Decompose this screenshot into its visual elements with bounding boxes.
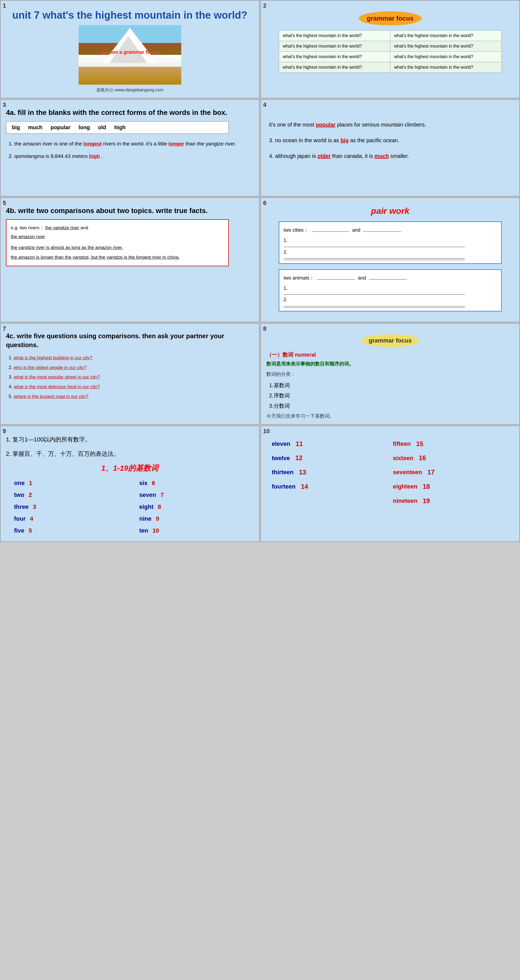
- word-two: two: [14, 489, 24, 501]
- slide-number-1: 1: [3, 2, 6, 9]
- entry-eleven: eleven 11: [272, 437, 388, 451]
- slide-4: 4 it's one of the most popular places fo…: [260, 99, 520, 197]
- ex1-text1: the amazon river is one of the: [14, 141, 84, 146]
- slide-10: 10 eleven 11 twelve 12 thirteen 13 fourt…: [260, 426, 520, 542]
- word-old: old: [98, 124, 106, 130]
- q4-text: what is the most delicious food in our c…: [14, 384, 100, 389]
- section-label: section a grammar focus: [101, 49, 159, 55]
- q1: 1. what is the highest building in our c…: [9, 353, 254, 363]
- num-row-six: six 6: [140, 477, 254, 489]
- number-table: one 1 six 6 two 2 seven 7 three 3 eight …: [14, 477, 254, 537]
- entry-seventeen: seventeen 17: [393, 465, 509, 480]
- word-eight: eight: [140, 501, 154, 513]
- num-sixteen: 16: [419, 451, 426, 465]
- animals-and: and: [358, 275, 366, 281]
- grammar-focus-badge2: grammar focus: [361, 334, 419, 347]
- slide10-left: eleven 11 twelve 12 thirteen 13 fourteen…: [272, 437, 388, 508]
- word-six: six: [140, 477, 148, 489]
- grammar-table: what's the highest mountain in the world…: [279, 30, 502, 73]
- num-six: 6: [152, 477, 155, 489]
- slide-3: 3 4a. fill in the blanks with the correc…: [0, 99, 260, 197]
- sentence2: the amazon is longer than the yangtze, b…: [11, 253, 224, 262]
- s4ex3-num: 4.: [269, 153, 274, 159]
- num-row-three: three 3: [14, 501, 128, 513]
- s4ex1-ans1: popular: [316, 122, 336, 127]
- table-cell: what's the highest mountain in the world…: [390, 62, 501, 73]
- ex1-text2: rivers in the world. it's a little: [103, 141, 168, 146]
- example-rivers: e.g. two rivers： the yangtze river and: [11, 224, 224, 232]
- slide-6: 6 pair work two cities： and 1. 2. two an…: [260, 197, 520, 322]
- exercise-1: 1. the amazon river is one of the longes…: [9, 139, 254, 149]
- cities-label: two cities：: [284, 228, 309, 233]
- entry-fourteen: fourteen 14: [272, 480, 388, 494]
- entry-fifteen: fifteen 15: [393, 437, 509, 451]
- grammar-focus-badge: grammar focus: [359, 11, 422, 25]
- s4ex3-ans1: older: [317, 153, 331, 159]
- exercise-2: 2. qomolangma is 8,844.43 meters high .: [9, 151, 254, 161]
- word-sixteen: sixteen: [393, 452, 414, 465]
- ex1-text3: than the yangtze river.: [185, 141, 236, 146]
- q3: 3. what is the most popular street in ou…: [9, 372, 254, 382]
- entry-eighteen: eighteen 18: [393, 480, 509, 494]
- slide-5: 5 4b. write two comparisons about two to…: [0, 197, 260, 322]
- ex1-ans2: longer: [168, 141, 184, 146]
- num-row-seven: seven 7: [140, 489, 254, 501]
- num-row-1: one 1: [14, 477, 128, 489]
- sentence1: the yangtze river is almost as long as t…: [11, 243, 224, 252]
- ex2-num: 2.: [9, 153, 13, 159]
- slide8-subtitle: （一）数词 numeral: [266, 351, 514, 358]
- city-blank-1: [311, 231, 349, 232]
- river2: the amazon river: [11, 234, 45, 239]
- num-two: 2: [29, 489, 32, 501]
- cities-box: two cities： and 1. 2.: [279, 221, 502, 264]
- s4ex3-text2: than canada, it is: [332, 153, 375, 159]
- slide-number-4: 4: [263, 101, 266, 108]
- entry-nineteen: nineteen 19: [393, 494, 509, 508]
- entry-twelve: twelve 12: [272, 451, 388, 465]
- q3-num: 3.: [9, 374, 13, 380]
- s4ex3-ans2: much: [374, 153, 389, 159]
- s4ex3-text1: although japan is: [275, 153, 317, 159]
- num-row-nine: nine 9: [140, 513, 254, 525]
- ex2-text2: .: [101, 153, 103, 159]
- river2-line: the amazon river: [11, 232, 224, 241]
- num-ten: 10: [153, 525, 159, 537]
- slide-number-9: 9: [3, 428, 6, 435]
- word-much: much: [28, 124, 43, 130]
- q5-num: 5.: [9, 394, 13, 399]
- slide-number-5: 5: [3, 199, 6, 207]
- category-1: 1.基数词: [269, 381, 514, 390]
- s4ex1-text2: places for serious mountain climbers.: [337, 122, 426, 127]
- s4ex2-ans1: big: [341, 137, 349, 143]
- word-nineteen: nineteen: [393, 495, 417, 508]
- word-thirteen: thirteen: [272, 466, 293, 479]
- word-fifteen: fifteen: [393, 438, 411, 450]
- slide-8: 8 grammar focus （一）数词 numeral 数词是用来表示事物的…: [260, 323, 520, 425]
- num-seven: 7: [160, 489, 164, 501]
- word-three: three: [14, 501, 29, 513]
- num-eighteen: 18: [423, 480, 430, 494]
- question-list: 1. what is the highest building in our c…: [9, 353, 254, 401]
- city-line2: 2.: [284, 247, 497, 259]
- animals-label: two animals：: [284, 275, 314, 281]
- slide-number-8: 8: [263, 325, 266, 332]
- city-blank-2: [363, 231, 401, 232]
- word-nine: nine: [140, 513, 152, 525]
- example-box: e.g. two rivers： the yangtze river and t…: [6, 219, 229, 266]
- s4ex1-text1: it's one of the most: [269, 122, 316, 127]
- s4ex2-text2: as the pacific ocean.: [350, 137, 399, 143]
- slide9-intro2: 2. 掌握百、千、万、十万、百万的表达法。: [6, 449, 254, 459]
- num-fifteen: 15: [416, 437, 423, 451]
- table-cell: what's the highest mountain in the world…: [390, 52, 501, 62]
- num-row-four: four 4: [14, 513, 128, 525]
- table-cell: what's the highest mountain in the world…: [390, 41, 501, 52]
- q1-num: 1.: [9, 355, 13, 360]
- animals-header: two animals： and: [284, 273, 497, 283]
- word-high: high: [114, 124, 125, 130]
- word-one: one: [14, 477, 25, 489]
- q5-text: where is the busiest road in our city?: [14, 394, 88, 399]
- num-nineteen: 19: [423, 494, 430, 508]
- table-cell: what's the highest mountain in the world…: [390, 30, 501, 41]
- city-long-blank2: [284, 258, 465, 259]
- table-cell: what's the highest mountain in the world…: [279, 52, 390, 62]
